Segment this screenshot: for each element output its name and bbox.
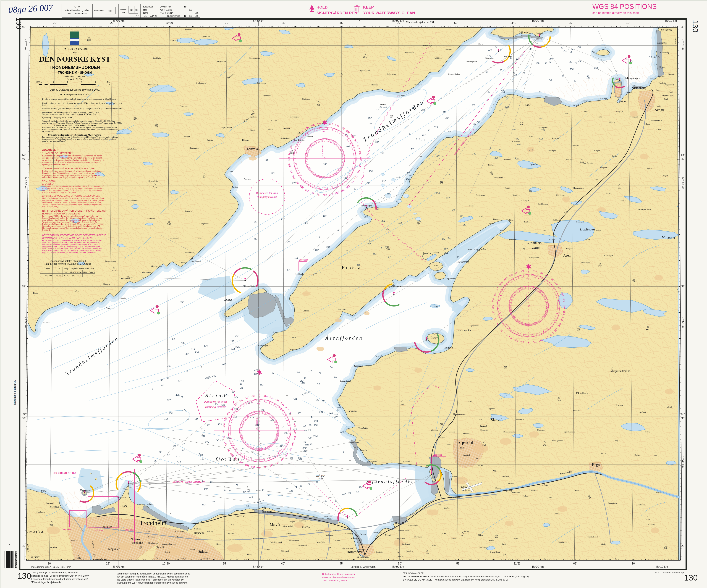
svg-text:Frostatangen: Frostatangen <box>258 344 268 346</box>
svg-text:Gottås: Gottås <box>612 155 617 157</box>
svg-text:Laupen: Laupen <box>528 135 534 137</box>
svg-text:180: 180 <box>303 447 306 449</box>
svg-text:Dumpefelt for avfall: Dumpefelt for avfall <box>204 400 227 403</box>
svg-text:353: 353 <box>373 252 377 255</box>
svg-text:Kjellingberg: Kjellingberg <box>280 137 290 139</box>
svg-text:360: 360 <box>322 131 325 132</box>
svg-text:HOLD: HOLD <box>316 5 328 9</box>
svg-text:364: 364 <box>214 403 218 406</box>
svg-text:369: 369 <box>516 143 520 146</box>
svg-text:Bårtvatnet: Bårtvatnet <box>485 57 494 59</box>
svg-text:Vatn: Vatn <box>543 230 547 232</box>
svg-text:1½° E 2005 (9'E): 1½° E 2005 (9'E) <box>322 145 324 157</box>
svg-text:Nesitrøa: Nesitrøa <box>531 489 537 491</box>
svg-text:Losskisse: Losskisse <box>125 528 135 531</box>
svg-text:Rolia: Rolia <box>297 132 301 134</box>
svg-text:35: 35 <box>569 61 572 64</box>
svg-text:154: 154 <box>309 416 313 419</box>
svg-text:173: 173 <box>314 420 318 422</box>
svg-text:Håggån: Håggån <box>120 297 126 299</box>
svg-text:Spelholtheia: Spelholtheia <box>360 69 370 72</box>
svg-text:362: 362 <box>376 208 380 211</box>
svg-text:Persaunet: Persaunet <box>144 530 152 532</box>
svg-text:294: 294 <box>421 109 425 111</box>
svg-text:For senere forandringer se (Fo: For senere forandringer se (For further … <box>31 578 88 580</box>
svg-text:Leksvika: Leksvika <box>247 147 259 151</box>
svg-text:115: 115 <box>191 348 195 351</box>
svg-text:58: 58 <box>246 490 249 493</box>
svg-text:283: 283 <box>463 223 467 226</box>
svg-text:Steinvika: Steinvika <box>375 355 383 357</box>
svg-text:270: 270 <box>492 305 494 309</box>
svg-text:0: 0 <box>324 140 325 142</box>
svg-text:4 km: 4 km <box>107 81 111 83</box>
svg-text:Bjørnbettet: Bjørnbettet <box>494 176 503 178</box>
svg-text:Fluren: Fluren <box>128 276 133 278</box>
svg-text:312: 312 <box>337 409 340 412</box>
svg-text:55': 55' <box>454 21 458 24</box>
svg-text:Hoøya: Hoøya <box>434 265 439 267</box>
svg-text:241: 241 <box>201 435 205 438</box>
svg-text:Hegra: Hegra <box>592 463 601 467</box>
svg-text:ikke er avmerket på kartet. Ka: ikke er avmerket på kartet. Kabler og lu… <box>42 161 100 163</box>
svg-text:154: 154 <box>293 428 297 431</box>
svg-text:Venna: Venna <box>601 452 606 454</box>
svg-text:158: 158 <box>249 495 253 498</box>
svg-text:360: 360 <box>526 278 529 280</box>
svg-text:347: 347 <box>235 335 239 337</box>
svg-text:Ringstad: Ringstad <box>566 247 573 249</box>
svg-text:N:⁷⁰50 km: N:⁷⁰50 km <box>24 316 27 328</box>
svg-text:49: 49 <box>578 60 581 63</box>
svg-text:Rødde: Rødde <box>451 538 457 540</box>
svg-text:127: 127 <box>281 218 285 221</box>
svg-text:317: 317 <box>167 399 171 402</box>
svg-text:73: 73 <box>307 483 310 485</box>
svg-text:of reference of vertical clear: of reference of vertical clearance (spri… <box>42 201 103 203</box>
svg-text:Møssjøen: Møssjøen <box>537 429 545 431</box>
svg-text:on this chart.: on this chart. <box>42 131 53 133</box>
svg-text:350: 350 <box>296 371 300 373</box>
svg-text:396: 396 <box>515 138 519 140</box>
svg-text:212: 212 <box>416 138 420 141</box>
svg-text:130: 130 <box>18 571 31 581</box>
svg-text:Muruvika: Muruvika <box>395 522 404 525</box>
svg-text:Vang: Vang <box>521 247 526 249</box>
svg-text:N: N <box>58 271 60 273</box>
svg-text:47: 47 <box>376 108 379 111</box>
svg-text:Feset: Feset <box>478 215 482 217</box>
svg-text:Stornaugan: Stornaugan <box>170 237 179 239</box>
svg-text:Nøysomhet: Nøysomhet <box>665 84 674 86</box>
svg-text:367: 367 <box>160 384 165 387</box>
svg-text:800: 800 <box>189 9 192 11</box>
svg-text:233: 233 <box>396 200 399 203</box>
svg-text:2. PLANES OF REFERENCE OF VERT: 2. PLANES OF REFERENCE OF VERTICAL CLEAR… <box>42 195 100 197</box>
svg-text:56: 56 <box>513 128 516 130</box>
svg-text:100: 100 <box>587 497 591 499</box>
svg-text:63°: 63° <box>22 413 26 416</box>
svg-text:Stav: Stav <box>333 529 336 531</box>
svg-text:Brukerne må være oppmerksomme: Brukerne må være oppmerksomme på at vann… <box>42 170 102 172</box>
svg-text:81: 81 <box>465 129 468 131</box>
svg-text:10°30': 10°30' <box>165 21 173 24</box>
svg-text:130: 130 <box>15 18 23 29</box>
svg-text:Reppe: Reppe <box>216 543 222 545</box>
svg-text:106: 106 <box>570 68 573 70</box>
svg-text:Gjevingåsen: Gjevingåsen <box>408 524 418 526</box>
svg-text:412: 412 <box>232 391 235 394</box>
svg-text:1.0: 1.0 <box>85 274 87 276</box>
svg-text:34: 34 <box>267 494 269 496</box>
svg-text:ØVRIGE FEIL OG MANGLER: Kontak: ØVRIGE FEIL OG MANGLER: Kontakt Statens … <box>403 578 508 581</box>
svg-text:Rognåsen: Rognåsen <box>201 222 209 224</box>
svg-text:275: 275 <box>304 392 308 394</box>
svg-text:Rykkjasbukta: Rykkjasbukta <box>339 380 351 382</box>
svg-text:140: 140 <box>182 408 186 411</box>
svg-text:20': 20' <box>53 21 57 24</box>
svg-text:Langstein: Langstein <box>444 346 453 349</box>
svg-text:120: 120 <box>324 499 327 502</box>
svg-text:266: 266 <box>180 301 184 304</box>
svg-text:112: 112 <box>274 438 278 441</box>
svg-text:Svalbakheia: Svalbakheia <box>196 82 206 84</box>
svg-text:83: 83 <box>245 259 247 262</box>
svg-text:96: 96 <box>289 412 292 415</box>
svg-text:63°: 63° <box>681 413 685 416</box>
